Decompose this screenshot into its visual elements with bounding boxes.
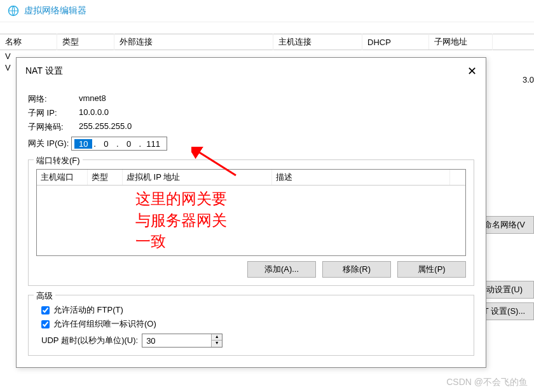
ftp-checkbox[interactable] [41,306,50,314]
col-host[interactable]: 主机连接 [273,34,362,50]
network-row: 网络: vmnet8 [28,93,474,105]
port-forward-body[interactable]: 这里的网关要 与服务器网关 一致 [37,186,465,255]
dialog-titlebar: NAT 设置 ✕ [17,58,486,84]
udp-timeout-row: UDP 超时(以秒为单位)(U): ▲ ▼ [41,334,466,348]
gateway-row: 网关 IP(G): . . . [28,137,474,151]
close-icon[interactable]: ✕ [467,64,477,78]
col-description[interactable]: 描述 [272,170,450,185]
ftp-label: 允许活动的 FTP(T) [53,304,123,316]
port-forward-legend: 端口转发(F) [34,155,83,166]
gateway-octet-4[interactable] [142,139,164,149]
network-table-header: 名称 类型 外部连接 主机连接 DHCP 子网地址 [0,34,534,50]
col-external[interactable]: 外部连接 [114,34,273,50]
watermark: CSDN @不会飞的鱼 [446,377,528,388]
gateway-ip-input[interactable]: . . . [71,137,167,151]
advanced-fieldset: 高级 允许活动的 FTP(T) 允许任何组织唯一标识符(O) UDP 超时(以秒… [28,295,474,356]
add-button[interactable]: 添加(A)... [247,261,316,278]
col-name[interactable]: 名称 [0,34,57,50]
network-value: vmnet8 [79,93,106,105]
col-vm-ip[interactable]: 虚拟机 IP 地址 [123,170,272,185]
subnet-mask-row: 子网掩码: 255.255.255.0 [28,121,474,133]
subnet-ip-row: 子网 IP: 10.0.0.0 [28,107,474,119]
port-forward-header: 主机端口 类型 虚拟机 IP 地址 描述 [37,170,465,186]
window-title: 虚拟网络编辑器 [24,5,86,17]
spinner-up-icon[interactable]: ▲ [212,334,222,341]
annotation-text: 这里的网关要 与服务器网关 一致 [135,188,227,252]
table-cell-partial: 3.0 [523,75,534,84]
globe-icon [8,5,19,17]
col-dhcp[interactable]: DHCP [362,35,429,50]
remove-button[interactable]: 移除(R) [322,261,391,278]
col-host-port[interactable]: 主机端口 [37,170,88,185]
nat-settings-dialog: NAT 设置 ✕ 网络: vmnet8 子网 IP: 10.0.0.0 子网掩码… [16,57,486,368]
window-title-bar: 虚拟网络编辑器 [0,0,534,22]
udp-timeout-input[interactable] [142,334,211,347]
oui-label: 允许任何组织唯一标识符(O) [53,318,156,330]
properties-button[interactable]: 属性(P) [397,261,466,278]
subnet-ip-label: 子网 IP: [28,107,79,119]
gateway-label: 网关 IP(G): [28,138,69,149]
gateway-octet-1[interactable] [74,139,92,149]
oui-checkbox[interactable] [41,320,50,328]
port-forward-table: 主机端口 类型 虚拟机 IP 地址 描述 这里的网关要 与服务器网关 一致 [36,169,466,256]
udp-timeout-label: UDP 超时(以秒为单位)(U): [41,335,138,346]
gateway-octet-3[interactable] [120,139,138,149]
spinner-down-icon[interactable]: ▼ [212,341,222,347]
col-port-type[interactable]: 类型 [88,170,123,185]
col-type[interactable]: 类型 [57,34,114,50]
network-label: 网络: [28,93,79,105]
subnet-mask-label: 子网掩码: [28,121,79,133]
subnet-mask-value: 255.255.255.0 [79,121,132,133]
advanced-legend: 高级 [34,290,55,302]
ftp-checkbox-row[interactable]: 允许活动的 FTP(T) [41,304,466,316]
udp-timeout-spinner[interactable]: ▲ ▼ [142,334,222,348]
subnet-ip-value: 10.0.0.0 [79,107,109,119]
col-subnet[interactable]: 子网地址 [429,34,493,50]
port-forward-buttons: 添加(A)... 移除(R) 属性(P) [36,261,466,278]
dialog-title: NAT 设置 [25,65,63,77]
port-forward-fieldset: 端口转发(F) 主机端口 类型 虚拟机 IP 地址 描述 这里的网关要 与服务器… [28,159,474,286]
oui-checkbox-row[interactable]: 允许任何组织唯一标识符(O) [41,318,466,330]
gateway-octet-2[interactable] [97,139,115,149]
